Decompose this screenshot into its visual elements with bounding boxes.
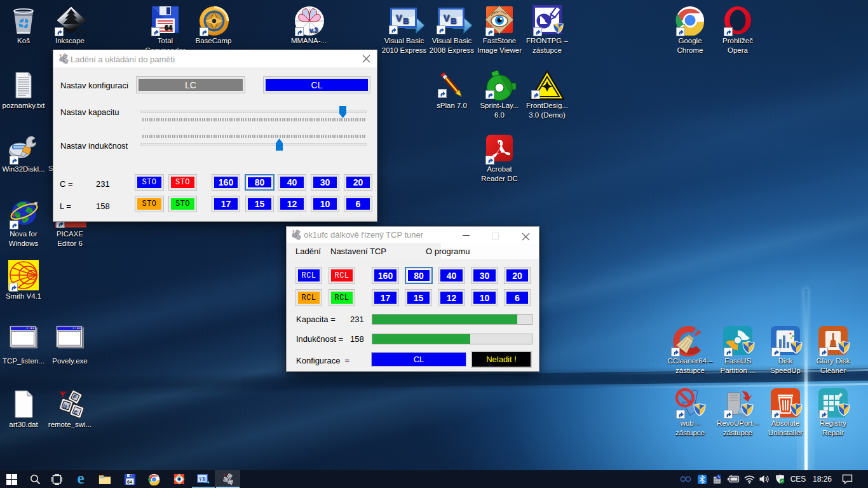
svg-text:V: V [444,13,450,23]
svg-text:64: 64 [165,24,173,31]
svg-text:64: 64 [127,479,132,484]
svg-text:V: V [396,13,402,23]
svg-text:VB: VB [199,477,206,482]
svg-text:B: B [403,16,409,25]
svg-text:v.3: v.3 [309,27,318,34]
svg-text:B: B [451,16,456,25]
